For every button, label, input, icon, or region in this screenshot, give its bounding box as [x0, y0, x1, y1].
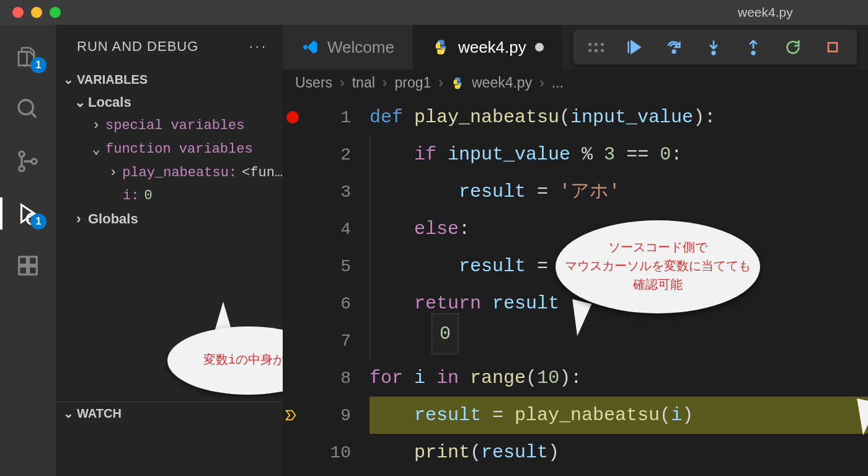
locals-scope[interactable]: ⌄ Locals	[56, 91, 283, 114]
debug-toolbar[interactable]	[574, 30, 857, 65]
extensions-icon[interactable]	[14, 252, 42, 279]
function-variables-row[interactable]: ⌄ function variables	[56, 137, 283, 161]
svg-rect-23	[828, 43, 837, 52]
debug-sidebar: RUN AND DEBUG ··· ⌄ VARIABLES ⌄ Locals ›…	[56, 25, 283, 476]
breadcrumb-item[interactable]: tnal	[352, 74, 375, 91]
restart-button[interactable]	[784, 38, 802, 56]
line-number: 4	[340, 220, 351, 239]
close-window-button[interactable]	[12, 7, 24, 18]
callout-text: ソースコード側で	[608, 239, 707, 258]
globals-label: Globals	[88, 211, 138, 227]
python-icon	[432, 38, 450, 56]
execution-pointer-icon	[284, 408, 298, 422]
run-debug-icon[interactable]: 1	[14, 200, 42, 227]
locals-label: Locals	[88, 94, 131, 110]
line-number: 1	[340, 108, 351, 127]
svg-point-3	[19, 166, 24, 171]
watch-label: WATCH	[77, 406, 122, 421]
line-number: 9	[340, 406, 351, 425]
svg-marker-17	[631, 42, 640, 53]
continue-button[interactable]	[625, 38, 644, 56]
breadcrumb-item[interactable]: ...	[552, 74, 564, 91]
line-number: 2	[340, 145, 351, 164]
variables-label: VARIABLES	[77, 73, 148, 87]
svg-point-20	[712, 52, 715, 55]
special-variables-row[interactable]: › special variables	[56, 114, 283, 137]
explorer-badge: 1	[30, 57, 46, 73]
chevron-right-icon: ›	[539, 74, 544, 91]
code-line[interactable]: def play_nabeatsu(input_value):	[370, 99, 868, 136]
debug-badge: 1	[30, 213, 46, 230]
svg-point-15	[442, 52, 443, 53]
titlebar: week4.py	[0, 0, 868, 25]
svg-rect-12	[29, 267, 37, 275]
activity-bar: 1 1	[0, 25, 56, 476]
svg-line-1	[31, 112, 36, 117]
callout-text: 確認可能	[633, 276, 683, 295]
svg-point-0	[19, 100, 33, 114]
svg-point-4	[32, 159, 37, 164]
svg-point-18	[673, 50, 676, 53]
breadcrumb-item[interactable]: week4.py	[472, 74, 532, 91]
variable-i[interactable]: › i: 0	[56, 184, 283, 207]
sidebar-title: RUN AND DEBUG	[77, 38, 198, 55]
svg-line-8	[27, 220, 29, 222]
python-icon	[451, 76, 464, 90]
watch-section: ⌄ WATCH	[56, 402, 283, 476]
breadcrumb-item[interactable]: prog1	[395, 74, 432, 91]
gutter[interactable]: 1 2 3 4 5 6 7 8 9 10	[283, 99, 370, 476]
chevron-right-icon: ›	[109, 165, 117, 181]
code-line-current[interactable]: result = play_nabeatsu(i)	[370, 397, 868, 434]
explorer-icon[interactable]: 1	[14, 43, 42, 71]
sidebar-more-icon[interactable]: ···	[249, 38, 268, 55]
code-line[interactable]: result = 'アホ'	[370, 173, 868, 210]
globals-scope[interactable]: › Globals	[56, 207, 283, 231]
chevron-right-icon: ›	[74, 211, 83, 227]
step-out-button[interactable]	[744, 38, 763, 56]
code-line[interactable]: if input_value % 3 == 0:	[370, 136, 868, 173]
variables-section-header[interactable]: ⌄ VARIABLES	[56, 68, 283, 91]
code-line[interactable]: for i in range(10):	[370, 359, 868, 397]
drag-handle-icon[interactable]	[588, 43, 604, 52]
chevron-right-icon: ›	[383, 74, 388, 91]
svg-rect-11	[19, 267, 27, 275]
vscode-icon	[301, 38, 319, 56]
watch-section-header[interactable]: ⌄ WATCH	[56, 402, 283, 424]
callout-hover-tip: ソースコード側で マウスカーソルを変数に当てても 確認可能	[556, 220, 760, 313]
tab-week4[interactable]: week4.py	[414, 25, 563, 70]
line-number: 8	[340, 369, 351, 388]
breadcrumb[interactable]: Users › tnal › prog1 › week4.py › ...	[283, 70, 868, 99]
code-editor[interactable]: 1 2 3 4 5 6 7 8 9 10 def play_nabeatsu(i…	[283, 99, 868, 476]
chevron-down-icon: ⌄	[74, 94, 83, 110]
code-content[interactable]: def play_nabeatsu(input_value): if input…	[370, 99, 868, 476]
callout-text: マウスカーソルを変数に当てても	[565, 258, 751, 276]
window-title: week4.py	[738, 5, 793, 20]
step-over-button[interactable]	[665, 38, 683, 56]
breadcrumb-item[interactable]: Users	[295, 74, 332, 91]
special-variables-label: special variables	[105, 118, 244, 133]
callout-variable-i: 変数iの中身が0	[167, 326, 283, 395]
variable-play-nabeatsu[interactable]: › play_nabeatsu: <fun…	[56, 161, 283, 184]
stop-button[interactable]	[823, 38, 842, 56]
line-number: 6	[340, 294, 351, 313]
chevron-right-icon: ›	[92, 118, 100, 133]
chevron-down-icon: ⌄	[92, 141, 100, 158]
svg-point-2	[19, 151, 24, 156]
line-number: 5	[340, 257, 351, 276]
code-line[interactable]: print(result)	[370, 434, 868, 471]
variable-value: 0	[144, 188, 152, 204]
minimize-window-button[interactable]	[31, 7, 42, 18]
svg-point-14	[438, 42, 439, 43]
chevron-right-icon: ›	[340, 74, 345, 91]
indent-guide	[370, 136, 370, 359]
editor-area: Welcome week4.py	[283, 25, 868, 476]
dirty-indicator-icon	[535, 43, 544, 52]
breakpoint-icon[interactable]	[286, 111, 299, 123]
variable-key: i:	[123, 188, 139, 204]
maximize-window-button[interactable]	[50, 7, 61, 18]
step-into-button[interactable]	[704, 38, 723, 56]
variable-value: <fun…	[242, 165, 283, 181]
search-icon[interactable]	[14, 96, 42, 123]
source-control-icon[interactable]	[14, 148, 42, 175]
tab-welcome[interactable]: Welcome	[283, 25, 414, 70]
